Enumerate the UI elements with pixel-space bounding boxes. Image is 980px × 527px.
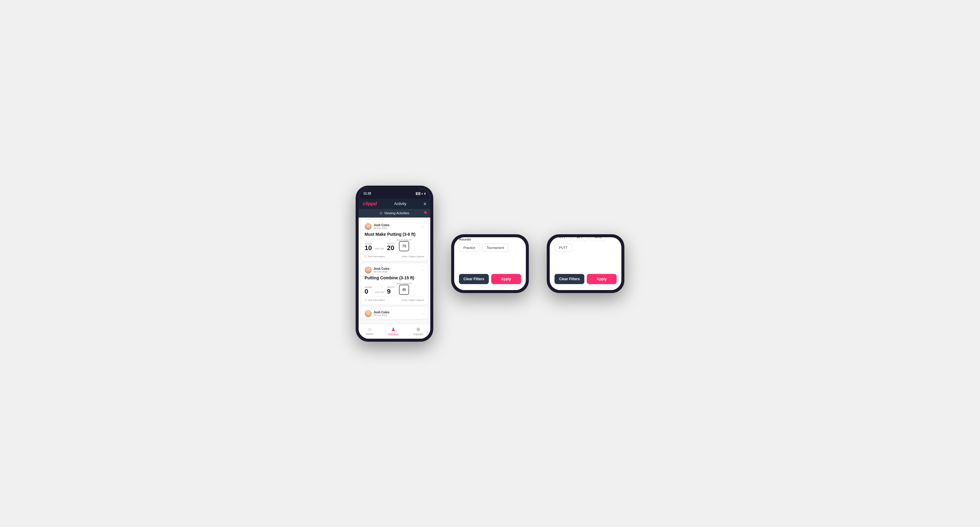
rounds-btn-row-2: Practice Tournament [459,243,521,252]
status-icons-1: ▐▐▐ ▲ ▮ [415,192,425,195]
apply-btn-2[interactable]: Apply [491,274,521,284]
app-header-1: clippd Activity ≡ [359,199,430,209]
red-dot-1 [424,211,427,214]
notch-1 [382,190,406,198]
putt-btn[interactable]: PUTT [555,243,572,252]
battery-icon: ▮ [424,192,425,195]
stats-row-1: Score 10 OUT OF Shots 20 Shot Quality 75 [364,239,424,251]
phone-1: 11:33 ▐▐▐ ▲ ▮ clippd Activity ≡ ⊟ Viewin… [356,186,433,342]
nav-capture[interactable]: ⊕ Capture [413,327,423,336]
app-btn[interactable]: APP [573,237,588,241]
user-name-1: Josh Coles [374,224,389,227]
activities-icon: ♟ [391,327,395,332]
card-footer-1: ⓘ Test Information Data: Clippd Capture [364,253,424,258]
avatar-3 [364,310,372,317]
avatar-2 [364,267,372,274]
user-info-2: Josh Coles 28 Feb 2023 [364,267,389,274]
filter-sheet-2: Filter ✕ Show Rounds Practice Drills Rou… [454,237,526,290]
user-info-3: Josh Coles 28 Feb 2023 [364,310,389,317]
footer-info-1: ⓘ Test Information [364,255,385,258]
avatar-1 [364,223,372,230]
arg-btn[interactable]: ARG [590,237,606,241]
bottom-nav-1: ⌂ Home ♟ Activities ⊕ Capture [359,324,430,339]
stats-row-2: Score 0 OUT OF Shots 9 Shot Quality 45 [364,283,424,295]
user-date-2: 28 Feb 2023 [374,270,389,273]
more-btn-2[interactable]: ··· [421,268,424,272]
home-icon: ⌂ [368,327,371,332]
sq-label-2: Shot Quality [396,283,412,285]
user-date-3: 28 Feb 2023 [374,314,389,317]
info-icon-2: ⓘ [364,298,367,302]
nav-activities[interactable]: ♟ Activities [388,327,399,336]
filter-footer-3: Clear Filters Apply [555,274,617,284]
more-btn-1[interactable]: ··· [421,224,424,229]
user-date-1: 28 Feb 2023 [374,227,389,230]
phone-2: 11:33 ▐▐▐ ▲ ▮ clippd Activity ≡ ⊟ Viewin… [451,234,529,293]
nav-home[interactable]: ⌂ Home [366,327,373,336]
activity-card-1: Josh Coles 28 Feb 2023 ··· Must Make Put… [361,220,428,261]
activity-title-2: Putting Combine (3-15 ft) [364,275,424,280]
viewing-bar-text-1: Viewing Activities [384,211,409,215]
score-value-1: 10 [364,245,372,251]
capture-icon: ⊕ [416,327,420,332]
footer-info-2: ⓘ Test Information [364,298,385,302]
card-footer-2: ⓘ Test Information Data: Clippd Capture [364,297,424,302]
footer-data-2: Data: Clippd Capture [402,299,424,302]
phone-3: 11:33 ▐▐▐ ▲ ▮ clippd Activity ≡ ⊟ Viewin… [547,234,624,293]
activity-card-3: Josh Coles 28 Feb 2023 ··· [361,307,428,319]
scene: 11:33 ▐▐▐ ▲ ▮ clippd Activity ≡ ⊟ Viewin… [344,174,636,354]
sq-badge-2: 45 [399,285,409,295]
capture-label: Capture [413,333,423,336]
sq-badge-1: 75 [399,241,409,251]
viewing-bar-1[interactable]: ⊟ Viewing Activities [359,209,430,217]
sq-label-1: Shot Quality [396,239,412,241]
status-bar-1: 11:33 ▐▐▐ ▲ ▮ [359,189,430,199]
ott-btn[interactable]: OTT [555,237,570,241]
status-time-1: 11:33 [363,192,371,195]
activity-title-1: Must Make Putting (3-6 ft) [364,232,424,237]
clear-filters-btn-2[interactable]: Clear Filters [459,274,489,284]
drills-btn-row-3: OTT APP ARG PUTT [555,237,617,252]
more-btn-3[interactable]: ··· [421,311,424,316]
tournament-btn-2[interactable]: Tournament [482,243,509,252]
menu-icon-1[interactable]: ≡ [424,202,426,206]
out-of-2: OUT OF [375,291,384,294]
header-title-1: Activity [394,202,406,206]
activities-label: Activities [388,333,399,336]
activity-card-2: Josh Coles 28 Feb 2023 ··· Putting Combi… [361,264,428,305]
user-info-1: Josh Coles 28 Feb 2023 [364,223,389,230]
apply-btn-3[interactable]: Apply [587,274,617,284]
user-name-3: Josh Coles [374,311,389,314]
filter-sheet-3: Filter ✕ Show Rounds Practice Drills Pra… [550,237,621,290]
rounds-label-2: Rounds [459,238,521,241]
clear-filters-btn-3[interactable]: Clear Filters [555,274,584,284]
home-label: Home [366,332,373,335]
shots-value-1: 20 [387,245,394,251]
activities-list-1: Josh Coles 28 Feb 2023 ··· Must Make Put… [359,217,430,324]
wifi-icon: ▲ [421,192,423,195]
filter-footer-2: Clear Filters Apply [459,274,521,284]
signal-icon: ▐▐▐ [415,192,420,195]
footer-data-1: Data: Clippd Capture [402,255,424,258]
logo-1: clippd [363,201,377,206]
practice-btn-2[interactable]: Practice [459,243,480,252]
shots-value-2: 9 [387,288,394,295]
user-name-2: Josh Coles [374,267,389,270]
score-value-2: 0 [364,288,372,295]
info-icon-1: ⓘ [364,255,367,258]
out-of-1: OUT OF [375,248,384,250]
filter-icon-1: ⊟ [380,211,382,215]
